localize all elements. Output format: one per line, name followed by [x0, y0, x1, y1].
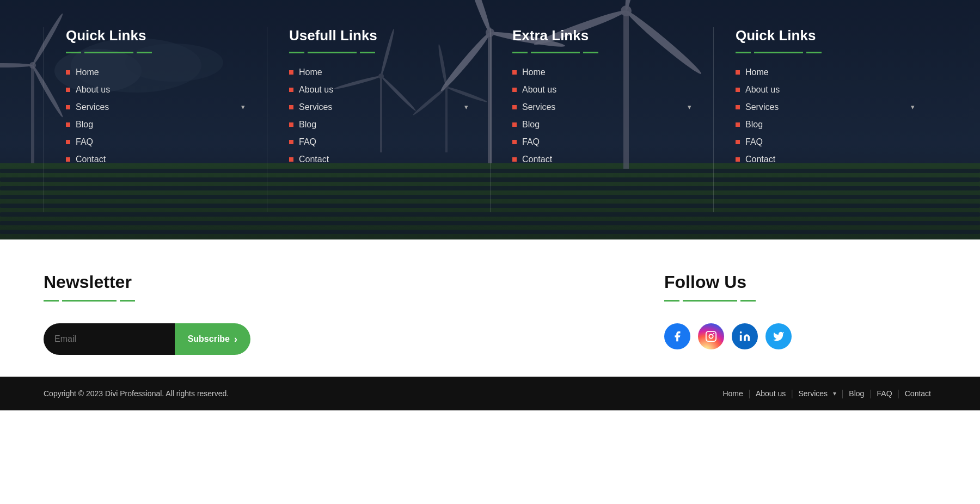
div-long	[308, 52, 357, 53]
nav-bullet-icon	[512, 88, 517, 92]
list-item: Services▾	[66, 102, 245, 112]
list-item: Services▾	[512, 102, 691, 112]
nav-link-home-2[interactable]: Home	[522, 67, 546, 77]
newsletter-column: Newsletter Subscribe ›	[44, 272, 370, 355]
nav-bullet-icon	[66, 122, 70, 127]
nav-link-faq-1[interactable]: FAQ	[299, 137, 316, 147]
col-title-quick-links-1: Quick Links	[66, 27, 245, 44]
list-item: Contact	[289, 155, 468, 164]
subscribe-button[interactable]: Subscribe ›	[175, 323, 250, 355]
nav-link-blog-1[interactable]: Blog	[299, 120, 316, 130]
col-divider-usefull-links	[289, 52, 468, 53]
nav-link-about-us-3[interactable]: About us	[745, 85, 780, 95]
list-item: Contact	[736, 155, 915, 164]
footer-nav-home[interactable]: Home	[717, 389, 748, 398]
social-icon-linkedin[interactable]	[732, 323, 758, 349]
nav-link-blog-3[interactable]: Blog	[745, 120, 763, 130]
list-item: About us	[512, 85, 691, 95]
footer-nav-faq[interactable]: FAQ	[872, 389, 898, 398]
nav-bullet-icon	[289, 70, 293, 75]
nav-bullet-icon	[512, 157, 517, 162]
nav-link-contact-0[interactable]: Contact	[76, 155, 106, 164]
social-icon-twitter[interactable]	[765, 323, 792, 349]
follow-title: Follow Us	[664, 272, 936, 292]
nav-link-services-2[interactable]: Services	[522, 102, 555, 112]
div-long	[531, 52, 580, 53]
nav-link-services-1[interactable]: Services	[299, 102, 332, 112]
follow-divider-short-left	[664, 300, 679, 302]
list-item: About us	[66, 85, 245, 95]
bottom-section: Newsletter Subscribe › Follow Us	[0, 239, 980, 377]
chevron-down-icon: ▾	[241, 103, 245, 112]
nav-bullet-icon	[736, 140, 740, 144]
nav-bullet-icon	[289, 157, 293, 162]
nav-link-services-3[interactable]: Services	[745, 102, 779, 112]
nav-link-faq-2[interactable]: FAQ	[522, 137, 540, 147]
nav-bullet-icon	[289, 105, 293, 109]
social-icons	[664, 323, 936, 349]
col-title-extra-links: Extra Links	[512, 27, 691, 44]
nav-link-home-1[interactable]: Home	[299, 67, 322, 77]
list-item: Home	[289, 67, 468, 77]
footer-nav-contact[interactable]: Contact	[899, 389, 936, 398]
nav-link-home-0[interactable]: Home	[76, 67, 99, 77]
nav-bullet-icon	[66, 157, 70, 162]
nav-link-contact-3[interactable]: Contact	[745, 155, 775, 164]
chevron-down-icon: ▾	[688, 103, 691, 112]
nav-link-about-us-0[interactable]: About us	[76, 85, 110, 95]
copyright-text: Copyright © 2023 Divi Professional. All …	[44, 389, 229, 398]
nav-link-contact-1[interactable]: Contact	[299, 155, 329, 164]
list-item: Blog	[736, 120, 915, 130]
nav-bullet-icon	[736, 122, 740, 127]
col-divider-quick-links-2	[736, 52, 915, 53]
nav-bullet-icon	[66, 105, 70, 109]
subscribe-label: Subscribe	[188, 334, 230, 344]
subscribe-arrow-icon: ›	[234, 334, 237, 345]
chevron-down-icon: ▾	[833, 390, 836, 397]
newsletter-divider	[44, 300, 370, 302]
list-item: Services▾	[289, 102, 468, 112]
nav-link-faq-3[interactable]: FAQ	[745, 137, 763, 147]
nav-link-home-3[interactable]: Home	[745, 67, 769, 77]
follow-divider	[664, 300, 936, 302]
divider-short-left	[44, 300, 59, 302]
chevron-down-icon: ▾	[911, 103, 915, 112]
nav-list-extra-links: HomeAbout usServices▾BlogFAQContact	[512, 67, 691, 164]
nav-bullet-icon	[736, 88, 740, 92]
footer-nav: Home|About us|Services▾|Blog|FAQ|Contact	[717, 389, 936, 398]
div-short-left	[736, 52, 751, 53]
list-item: Services▾	[736, 102, 915, 112]
nav-link-services-0[interactable]: Services	[76, 102, 109, 112]
nav-link-blog-2[interactable]: Blog	[522, 120, 540, 130]
footer-bar: Copyright © 2023 Divi Professional. All …	[0, 377, 980, 410]
social-icon-instagram[interactable]	[698, 323, 724, 349]
nav-link-blog-0[interactable]: Blog	[76, 120, 93, 130]
svg-rect-43	[740, 335, 742, 341]
svg-point-44	[740, 331, 742, 334]
newsletter-form: Subscribe ›	[44, 323, 250, 355]
nav-bullet-icon	[512, 122, 517, 127]
nav-bullet-icon	[736, 70, 740, 75]
nav-bullet-icon	[512, 140, 517, 144]
nav-link-about-us-1[interactable]: About us	[299, 85, 333, 95]
col-title-quick-links-2: Quick Links	[736, 27, 915, 44]
div-short-left	[289, 52, 304, 53]
social-icon-facebook[interactable]	[664, 323, 690, 349]
list-item: FAQ	[66, 137, 245, 147]
footer-nav-about-us[interactable]: About us	[750, 389, 791, 398]
list-item: FAQ	[289, 137, 468, 147]
links-grid: Quick Links HomeAbout usServices▾BlogFAQ…	[0, 0, 980, 239]
div-long	[754, 52, 803, 53]
list-item: Blog	[512, 120, 691, 130]
links-col-extra-links: Extra Links HomeAbout usServices▾BlogFAQ…	[491, 27, 714, 212]
list-item: Blog	[66, 120, 245, 130]
nav-link-about-us-2[interactable]: About us	[522, 85, 556, 95]
list-item: FAQ	[736, 137, 915, 147]
nav-link-faq-0[interactable]: FAQ	[76, 137, 93, 147]
footer-nav-services[interactable]: Services▾	[793, 389, 842, 398]
footer-nav-blog[interactable]: Blog	[843, 389, 869, 398]
email-input[interactable]	[54, 334, 164, 344]
links-col-quick-links-2: Quick Links HomeAbout usServices▾BlogFAQ…	[714, 27, 936, 212]
nav-link-contact-2[interactable]: Contact	[522, 155, 552, 164]
list-item: Home	[512, 67, 691, 77]
